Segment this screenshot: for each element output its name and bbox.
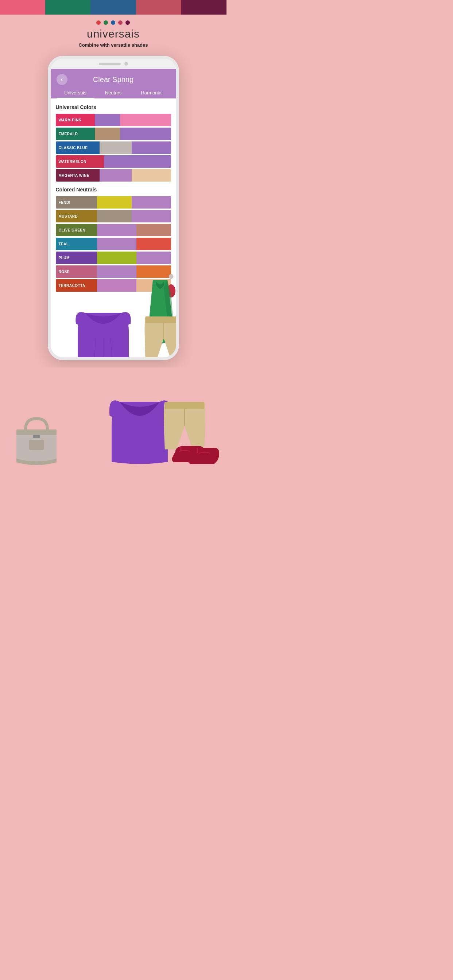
- svg-rect-7: [145, 317, 179, 323]
- bar-seg-te-1: [97, 238, 136, 250]
- logo-area: universais Combine with versatile shades: [78, 14, 148, 56]
- bar-seg-cb-2: [132, 142, 171, 154]
- color-bar-plum: PLUM: [56, 251, 171, 264]
- bar-label-rose: ROSE: [56, 266, 97, 278]
- tab-neutros[interactable]: Neutros: [94, 87, 132, 99]
- tab-universais[interactable]: Universais: [57, 87, 94, 99]
- svg-rect-9: [16, 430, 57, 435]
- phone-header: ‹ Clear Spring Universais Neutros Harmon…: [51, 69, 176, 99]
- bar-label-magenta-wine: MAGENTA WINE: [56, 169, 100, 181]
- color-bar-magenta-wine: MAGENTA WINE: [56, 169, 171, 181]
- bar-seg-mw-2: [132, 169, 171, 181]
- dot-5: [126, 21, 130, 25]
- strip-seg-3: [91, 0, 136, 14]
- bar-seg-em-2: [120, 127, 171, 140]
- svg-rect-10: [29, 440, 44, 450]
- svg-rect-13: [165, 402, 204, 409]
- svg-point-0: [169, 274, 173, 278]
- strip-seg-2: [45, 0, 91, 14]
- bar-seg-fe-1: [97, 196, 132, 208]
- top-strip: [0, 0, 226, 14]
- strip-seg-1: [0, 0, 45, 14]
- notch-bar: [99, 63, 121, 65]
- bar-label-emerald: EMERALD: [56, 127, 95, 140]
- phone-back-row: ‹ Clear Spring: [57, 74, 170, 85]
- bar-seg-em-1: [95, 127, 120, 140]
- bar-seg-wp-2: [120, 114, 171, 126]
- phone-content: Universal Colors WARM PINK EMERALD CLASS…: [51, 99, 176, 357]
- dot-4: [118, 21, 123, 25]
- phone-title: Clear Spring: [67, 75, 160, 84]
- color-bar-olive-green: OLIVE GREEN: [56, 224, 171, 236]
- bar-label-classic-blue: CLASSIC BLUE: [56, 142, 100, 154]
- dot-3: [111, 21, 115, 25]
- universal-colors-title: Universal Colors: [56, 104, 171, 110]
- bar-seg-wp-1: [95, 114, 120, 126]
- bar-seg-mw-1: [100, 169, 132, 181]
- tab-harmonia[interactable]: Harmonia: [132, 87, 170, 99]
- color-bar-classic-blue: CLASSIC BLUE: [56, 142, 171, 154]
- bar-seg-wm-1: [104, 155, 171, 168]
- color-bar-rose: ROSE: [56, 266, 171, 278]
- bar-seg-mu-1: [97, 210, 132, 223]
- bar-label-fendi: FENDI: [56, 196, 97, 208]
- notch-circle: [124, 62, 128, 65]
- dot-1: [96, 21, 100, 25]
- tagline: Combine with versatile shades: [78, 42, 148, 48]
- color-bar-emerald: EMERALD: [56, 127, 171, 140]
- phone-mockup: ‹ Clear Spring Universais Neutros Harmon…: [48, 56, 179, 360]
- phone-notch: [51, 59, 176, 69]
- page-wrapper: universais Combine with versatile shades…: [0, 0, 226, 490]
- bar-label-mustard: MUSTARD: [56, 210, 97, 223]
- red-shoes-icon: [172, 444, 219, 473]
- bar-seg-og-1: [97, 224, 136, 236]
- phone-section: ‹ Clear Spring Universais Neutros Harmon…: [0, 56, 226, 368]
- bar-label-olive-green: OLIVE GREEN: [56, 224, 97, 236]
- bar-label-plum: PLUM: [56, 251, 97, 264]
- bar-label-warm-pink: WARM PINK: [56, 114, 95, 126]
- bar-seg-mu-2: [132, 210, 171, 223]
- strip-seg-5: [181, 0, 226, 14]
- bar-seg-tc-1: [97, 279, 136, 292]
- phone-tabs: Universais Neutros Harmonia: [57, 87, 170, 99]
- phone-fashion-overlay: [56, 294, 171, 353]
- color-bar-mustard: MUSTARD: [56, 210, 171, 223]
- bar-seg-og-2: [136, 224, 171, 236]
- bar-label-terracotta: TERRACOTTA: [56, 279, 97, 292]
- color-bar-warm-pink: WARM PINK: [56, 114, 171, 126]
- strip-seg-4: [136, 0, 181, 14]
- bar-seg-pl-1: [97, 251, 136, 264]
- dot-2: [104, 21, 108, 25]
- bar-seg-ro-1: [97, 266, 136, 278]
- logo-dots: [78, 21, 148, 25]
- bar-seg-cb-1: [100, 142, 132, 154]
- gray-bag-icon: [11, 415, 62, 469]
- colored-neutrals-title: Colored Neutrals: [56, 187, 171, 192]
- color-bar-teal: TEAL: [56, 238, 171, 250]
- bar-label-watermelon: WATERMELON: [56, 155, 104, 168]
- back-button[interactable]: ‹: [57, 74, 67, 85]
- bar-seg-fe-2: [132, 196, 171, 208]
- bar-label-teal: TEAL: [56, 238, 97, 250]
- color-bar-fendi: FENDI: [56, 196, 171, 208]
- fashion-container: [0, 368, 226, 477]
- bar-seg-te-2: [136, 238, 171, 250]
- beige-shorts-icon: [142, 317, 179, 360]
- purple-top-icon: [74, 302, 132, 360]
- color-bar-watermelon: WATERMELON: [56, 155, 171, 168]
- logo-text: universais: [78, 28, 148, 40]
- bar-seg-pl-2: [136, 251, 171, 264]
- svg-rect-11: [33, 435, 40, 438]
